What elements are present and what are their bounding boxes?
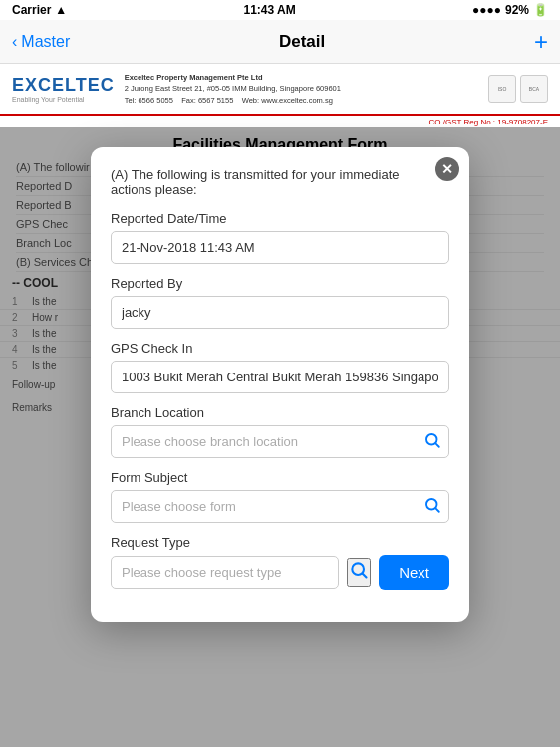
- subject-input[interactable]: [111, 490, 449, 523]
- form-group-reported-by: Reported By: [111, 276, 449, 329]
- close-button[interactable]: ✕: [435, 157, 459, 181]
- wifi-icon: ▲: [55, 3, 67, 17]
- branch-input-container: [111, 425, 449, 458]
- logo-area: EXCELTEC Enabling Your Potential: [12, 75, 115, 103]
- status-right: ●●●● 92% 🔋: [472, 3, 548, 17]
- form-group-datetime: Reported Date/Time: [111, 211, 449, 264]
- company-contact: Tel: 6566 5055 Fax: 6567 5155 Web: www.e…: [125, 95, 478, 106]
- search-icon: [423, 431, 441, 449]
- page-title: Detail: [279, 32, 325, 52]
- reported-by-label: Reported By: [111, 276, 449, 291]
- company-address: 2 Jurong East Street 21, #05-05 IMM Buil…: [125, 83, 478, 94]
- request-type-search-button[interactable]: [347, 558, 371, 587]
- subject-label: Form Subject: [111, 470, 449, 485]
- nav-bar: ‹ Master Detail +: [0, 20, 560, 64]
- gps-input[interactable]: [111, 361, 449, 393]
- datetime-input[interactable]: [111, 231, 449, 264]
- reported-by-input[interactable]: [111, 296, 449, 329]
- form-group-subject: Form Subject: [111, 470, 449, 523]
- company-header: EXCELTEC Enabling Your Potential Excelte…: [0, 64, 560, 116]
- logo-text: EXCELTEC: [12, 75, 115, 96]
- cert-badges: ISO BCA: [488, 75, 548, 103]
- carrier-label: Carrier: [12, 3, 51, 17]
- status-time: 11:43 AM: [243, 3, 295, 17]
- company-web: Web: www.exceltec.com.sg: [242, 96, 333, 105]
- svg-line-3: [435, 508, 438, 511]
- battery-label: 92%: [505, 3, 529, 17]
- company-fax: Fax: 6567 5155: [181, 96, 233, 105]
- gps-label: GPS Check In: [111, 341, 449, 356]
- form-group-branch: Branch Location: [111, 405, 449, 458]
- company-name: Exceltec Property Management Pte Ltd: [125, 72, 478, 83]
- back-chevron-icon: ‹: [12, 33, 17, 51]
- status-bar: Carrier ▲ 11:43 AM ●●●● 92% 🔋: [0, 0, 560, 20]
- gst-line: CO./GST Reg No : 19-9708207-E: [0, 116, 560, 128]
- modal-dialog: ✕ (A) The following is transmitted for y…: [91, 147, 469, 622]
- svg-line-1: [435, 443, 438, 446]
- signal-icon: ●●●●: [472, 3, 501, 17]
- back-label: Master: [21, 33, 70, 51]
- datetime-label: Reported Date/Time: [111, 211, 449, 226]
- branch-search-button[interactable]: [423, 431, 441, 453]
- next-button[interactable]: Next: [379, 555, 449, 590]
- status-left: Carrier ▲: [12, 3, 67, 17]
- logo-sub: Enabling Your Potential: [12, 96, 84, 103]
- modal-header-text: (A) The following is transmitted for you…: [111, 167, 449, 197]
- branch-input[interactable]: [111, 425, 449, 458]
- form-group-request-type: Request Type Next: [111, 535, 449, 590]
- subject-input-container: [111, 490, 449, 523]
- branch-label: Branch Location: [111, 405, 449, 420]
- request-type-input[interactable]: [111, 556, 339, 589]
- battery-icon: 🔋: [533, 3, 548, 17]
- form-group-gps: GPS Check In: [111, 341, 449, 393]
- back-button[interactable]: ‹ Master: [12, 33, 70, 51]
- company-info: Exceltec Property Management Pte Ltd 2 J…: [125, 72, 478, 106]
- cert-badge-2: BCA: [520, 75, 548, 103]
- svg-line-5: [363, 574, 367, 578]
- modal-overlay: ✕ (A) The following is transmitted for y…: [0, 127, 560, 747]
- cert-badge-1: ISO: [488, 75, 516, 103]
- page-content: EXCELTEC Enabling Your Potential Excelte…: [0, 64, 560, 747]
- add-button[interactable]: +: [534, 28, 548, 56]
- subject-search-button[interactable]: [423, 496, 441, 518]
- search-icon: [349, 560, 369, 580]
- request-type-label: Request Type: [111, 535, 449, 550]
- request-type-row: Next: [111, 555, 449, 590]
- company-tel: Tel: 6566 5055: [125, 96, 173, 105]
- search-icon: [423, 496, 441, 514]
